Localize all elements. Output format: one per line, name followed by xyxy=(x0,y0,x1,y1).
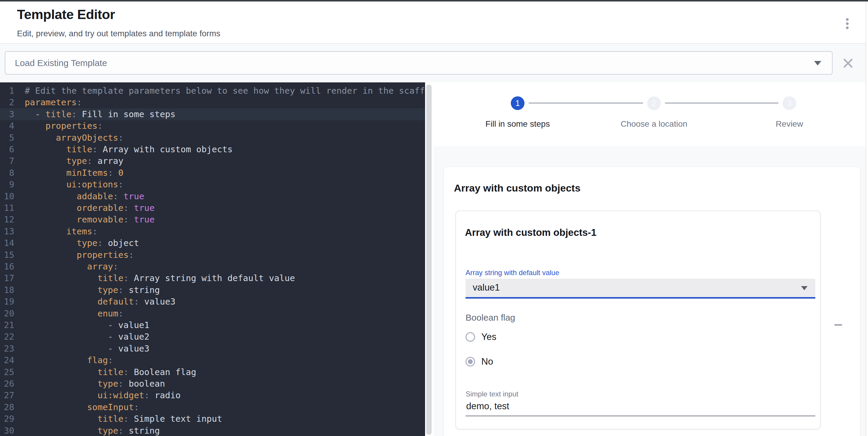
code-text: array: xyxy=(25,261,118,272)
code-line[interactable]: 20 enum: xyxy=(0,307,425,320)
code-line[interactable]: 30 type: string xyxy=(0,425,425,436)
array-string-select[interactable]: value1 xyxy=(466,279,815,299)
load-template-placeholder: Load Existing Template xyxy=(15,52,107,74)
code-line[interactable]: 6 title: Array with custom objects xyxy=(0,143,425,155)
line-number: 18 xyxy=(0,284,14,296)
load-existing-template-select[interactable]: Load Existing Template xyxy=(5,51,833,75)
page-subtitle: Edit, preview, and try out templates and… xyxy=(17,29,220,38)
code-text: ui:options: xyxy=(25,179,124,190)
array-item-card: Array with custom objects-1 Array string… xyxy=(456,210,821,430)
code-line[interactable]: 11 orderable: true xyxy=(0,202,425,214)
array-item-title: Array with custom objects-1 xyxy=(465,227,596,238)
remove-item-button[interactable] xyxy=(831,317,845,332)
stepper-step-1[interactable]: 1Fill in some steps xyxy=(458,96,577,129)
line-number: 5 xyxy=(0,132,14,144)
code-line[interactable]: 24 flag: xyxy=(0,354,425,366)
radio-group-label: Boolean flag xyxy=(466,312,515,323)
code-text: arrayObjects: xyxy=(25,133,124,143)
preview-panel: 1Fill in some steps2Choose a location3Re… xyxy=(434,82,866,436)
line-number: 26 xyxy=(0,378,14,390)
line-number: 24 xyxy=(0,354,14,366)
code-line[interactable]: 27 ui:widget: radio xyxy=(0,389,425,401)
code-line[interactable]: 10 addable: true xyxy=(0,190,425,202)
code-text: items: xyxy=(25,226,97,236)
line-number: 7 xyxy=(0,155,14,167)
code-line[interactable]: 18 type: string xyxy=(0,284,425,296)
code-line[interactable]: 22 - value2 xyxy=(0,331,425,343)
code-text: removable: true xyxy=(25,214,155,225)
form-section-title: Array with custom objects xyxy=(454,182,581,194)
caret-down-icon xyxy=(814,61,821,65)
step-label: Fill in some steps xyxy=(458,119,577,129)
stepper: 1Fill in some steps2Choose a location3Re… xyxy=(434,82,866,146)
code-line[interactable]: 13 items: xyxy=(0,226,425,237)
line-number: 22 xyxy=(0,331,14,343)
code-text: title: Simple text input xyxy=(25,414,222,424)
line-number: 14 xyxy=(0,237,14,249)
code-text: type: string xyxy=(25,285,160,295)
text-input-underline xyxy=(466,415,815,416)
code-line[interactable]: 15 properties: xyxy=(0,249,425,261)
editor-scrollbar-track[interactable] xyxy=(425,82,434,436)
line-number: 4 xyxy=(0,120,14,132)
code-line[interactable]: 29 title: Simple text input xyxy=(0,413,425,425)
simple-text-input[interactable]: demo, test xyxy=(466,401,509,412)
code-line[interactable]: 25 title: Boolean flag xyxy=(0,366,425,378)
minus-icon xyxy=(834,324,842,326)
code-line[interactable]: 3 - title: Fill in some steps xyxy=(0,108,425,120)
code-line[interactable]: 28 someInput: xyxy=(0,401,425,413)
code-line[interactable]: 21 - value1 xyxy=(0,319,425,331)
more-options-button[interactable] xyxy=(839,16,855,31)
code-text: orderable: true xyxy=(25,203,155,213)
code-line[interactable]: 7 type: array xyxy=(0,155,425,167)
stepper-step-2[interactable]: 2Choose a location xyxy=(594,96,714,129)
code-line[interactable]: 9 ui:options: xyxy=(0,178,425,190)
step-label: Choose a location xyxy=(594,119,714,129)
kebab-dot-icon xyxy=(846,22,849,25)
code-text: parameters: xyxy=(25,97,82,107)
line-number: 13 xyxy=(0,226,14,237)
code-line[interactable]: 17 title: Array string with default valu… xyxy=(0,272,425,284)
page-right-border xyxy=(866,1,866,436)
yaml-code-editor[interactable]: 1# Edit the template parameters below to… xyxy=(0,82,425,436)
form-card: Array with custom objects Array with cus… xyxy=(443,167,860,436)
line-number: 19 xyxy=(0,296,14,307)
code-line[interactable]: 2parameters: xyxy=(0,96,425,108)
code-text: # Edit the template parameters below to … xyxy=(25,86,425,96)
page-header: Template Editor Edit, preview, and try o… xyxy=(0,1,866,44)
code-text: flag: xyxy=(25,355,113,365)
line-number: 16 xyxy=(0,261,14,272)
clear-button[interactable] xyxy=(841,56,855,70)
line-number: 15 xyxy=(0,249,14,261)
code-text: type: array xyxy=(25,156,124,166)
code-line[interactable]: 4 properties: xyxy=(0,120,425,132)
stepper-step-3[interactable]: 3Review xyxy=(730,96,849,129)
step-number-badge: 3 xyxy=(782,96,796,110)
radio-option-no[interactable]: No xyxy=(466,354,644,369)
code-line[interactable]: 19 default: value3 xyxy=(0,296,425,307)
line-number: 20 xyxy=(0,307,14,320)
editor-scrollbar-thumb[interactable] xyxy=(426,85,432,435)
line-number: 30 xyxy=(0,425,14,436)
line-number: 9 xyxy=(0,178,14,190)
line-number: 29 xyxy=(0,413,14,425)
code-line[interactable]: 14 type: object xyxy=(0,237,425,249)
code-line[interactable]: 5 arrayObjects: xyxy=(0,132,425,144)
code-text: addable: true xyxy=(25,191,144,201)
code-line[interactable]: 1# Edit the template parameters below to… xyxy=(0,85,425,97)
line-number: 6 xyxy=(0,143,14,155)
code-text: someInput: xyxy=(25,402,139,412)
line-number: 2 xyxy=(0,96,14,108)
code-line[interactable]: 12 removable: true xyxy=(0,213,425,226)
code-line[interactable]: 26 type: boolean xyxy=(0,378,425,390)
code-line[interactable]: 8 minItems: 0 xyxy=(0,167,425,179)
radio-option-yes[interactable]: Yes xyxy=(466,330,644,344)
line-number: 28 xyxy=(0,401,14,413)
code-line[interactable]: 16 array: xyxy=(0,261,425,272)
code-text: minItems: 0 xyxy=(25,168,124,178)
code-text: title: Array string with default value xyxy=(25,273,295,283)
line-number: 21 xyxy=(0,319,14,331)
code-line[interactable]: 23 - value3 xyxy=(0,343,425,355)
radio-unchecked-icon xyxy=(466,332,475,342)
kebab-dot-icon xyxy=(846,18,849,21)
